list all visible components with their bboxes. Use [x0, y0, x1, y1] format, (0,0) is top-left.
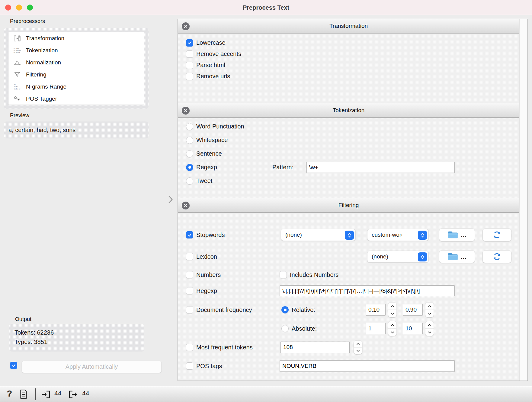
row-pos-tags: POS tags [178, 359, 519, 373]
spinbox-stepper[interactable] [425, 302, 434, 317]
regexp-filter-label: Regexp [196, 287, 217, 294]
transformation-header: Transformation [178, 19, 519, 34]
list-item-tokenization[interactable]: to be a to be the to be or Tokenization [8, 44, 144, 57]
relative-radio[interactable] [281, 306, 289, 313]
word-punctuation-radio[interactable] [186, 123, 193, 130]
transformation-icon [12, 34, 22, 43]
pattern-label: Pattern: [272, 164, 293, 171]
pos-tags-checkbox[interactable] [186, 362, 193, 370]
preprocessors-label: Preprocessors [10, 18, 45, 24]
option-tweet: Tweet [178, 174, 519, 188]
section-filtering: Filtering Stopwords (none) custom-word [178, 198, 519, 381]
relative-max-spinbox[interactable] [403, 304, 423, 316]
list-item-label: Normalization [26, 59, 61, 66]
report-icon[interactable] [19, 389, 28, 400]
lexicon-browse-button[interactable]: … [439, 250, 475, 263]
regexp-radio[interactable] [186, 164, 193, 171]
option-label: Remove accents [196, 50, 241, 57]
scrollbar-track[interactable] [519, 19, 527, 381]
row-lexicon: Lexicon (none) … [178, 250, 519, 264]
absolute-min-spinbox[interactable] [366, 323, 386, 334]
row-regexp-filter: Regexp [178, 284, 519, 297]
close-icon[interactable] [182, 107, 190, 115]
remove-accents-checkbox[interactable] [186, 50, 193, 58]
apply-automatically-checkbox[interactable] [10, 362, 17, 369]
tweet-radio[interactable] [186, 177, 193, 185]
pos-tags-input[interactable] [280, 360, 455, 372]
list-item-label: Transformation [26, 35, 64, 42]
statusbar-divider [35, 388, 36, 400]
stopwords-reload-button[interactable] [482, 229, 511, 241]
splitter-collapse-handle[interactable] [167, 194, 175, 205]
dropdown-arrows-icon [345, 231, 354, 240]
parse-html-checkbox[interactable] [186, 62, 193, 69]
spinbox-stepper[interactable] [388, 321, 397, 336]
option-remove-urls: Remove urls [178, 71, 519, 82]
whitespace-radio[interactable] [186, 137, 193, 144]
row-numbers: Numbers Includes Numbers [178, 270, 519, 279]
list-item-transformation[interactable]: Transformation [8, 32, 144, 44]
tokenization-header: Tokenization [178, 103, 519, 118]
statusbar: ? 44 44 [0, 386, 532, 402]
option-sentence: Sentence [178, 147, 519, 160]
option-lowercase: Lowercase [178, 37, 519, 48]
absolute-label: Absolute: [292, 325, 317, 332]
document-frequency-checkbox[interactable] [186, 306, 193, 313]
most-frequent-tokens-spinbox[interactable] [280, 342, 350, 353]
stopwords-language-dropdown[interactable]: (none) [281, 229, 356, 241]
list-item-ngrams-range[interactable]: to to be to be or N-grams Range [8, 81, 144, 93]
preview-box: a, certain, had, two, sons [4, 122, 149, 138]
tokenization-icon: to be a to be the to be or [12, 46, 22, 55]
close-icon[interactable] [182, 202, 190, 209]
option-label: Remove urls [196, 73, 230, 80]
regexp-filter-checkbox[interactable] [186, 287, 193, 294]
lexicon-label: Lexicon [196, 253, 217, 260]
most-frequent-tokens-checkbox[interactable] [186, 344, 193, 351]
spinbox-stepper[interactable] [425, 321, 434, 336]
output-label: Output [15, 316, 31, 323]
pattern-input[interactable] [306, 162, 455, 173]
list-item-filtering[interactable]: Filtering [8, 69, 144, 81]
lexicon-reload-button[interactable] [482, 250, 511, 263]
stopwords-browse-button[interactable]: … [439, 229, 475, 241]
regexp-filter-input[interactable] [280, 285, 455, 296]
apply-automatically-button[interactable]: Apply Automatically [22, 361, 162, 373]
row-absolute: Absolute: [178, 321, 519, 336]
list-item-pos-tagger[interactable]: POS Tagger [8, 93, 144, 105]
list-item-label: Filtering [26, 71, 46, 78]
numbers-checkbox[interactable] [186, 271, 193, 278]
sentence-radio[interactable] [186, 150, 193, 157]
remove-urls-checkbox[interactable] [186, 73, 193, 80]
stopwords-checkbox[interactable] [186, 231, 193, 238]
spinbox-stepper[interactable] [388, 302, 397, 317]
browse-dots: … [461, 232, 467, 238]
main-area: Preprocessors Transformation to be a to … [0, 15, 532, 386]
includes-numbers-checkbox[interactable] [280, 271, 287, 278]
relative-min-spinbox[interactable] [366, 304, 386, 316]
window-title: Preprocess Text [0, 0, 532, 15]
output-box: Tokens: 62236 Types: 3851 [9, 324, 144, 352]
dropdown-value: (none) [372, 253, 388, 260]
spinbox-stepper[interactable] [354, 340, 362, 354]
stopwords-file-dropdown[interactable]: custom-word [367, 229, 429, 241]
pos-tags-label: POS tags [196, 363, 222, 370]
row-most-frequent-tokens: Most frequent tokens [178, 340, 519, 354]
help-icon[interactable]: ? [7, 388, 12, 399]
section-title: Filtering [178, 198, 519, 212]
option-label: Sentence [196, 150, 222, 157]
list-item-normalization[interactable]: Normalization [8, 57, 144, 69]
titlebar: Preprocess Text [0, 0, 532, 15]
lowercase-checkbox[interactable] [186, 39, 193, 47]
lexicon-checkbox[interactable] [186, 253, 193, 260]
output-count: 44 [82, 390, 89, 397]
section-tokenization: Tokenization Word Punctuation Whitespace… [178, 103, 519, 198]
normalization-icon [12, 58, 22, 67]
absolute-radio[interactable] [281, 325, 289, 332]
list-item-label: POS Tagger [26, 96, 57, 102]
preprocess-text-window: Preprocess Text Preprocessors Transforma… [0, 0, 532, 402]
absolute-max-spinbox[interactable] [403, 323, 423, 334]
close-icon[interactable] [182, 22, 190, 30]
option-label: Word Punctuation [196, 123, 244, 130]
lexicon-file-dropdown[interactable]: (none) [367, 251, 429, 263]
option-label: Parse html [196, 62, 225, 69]
